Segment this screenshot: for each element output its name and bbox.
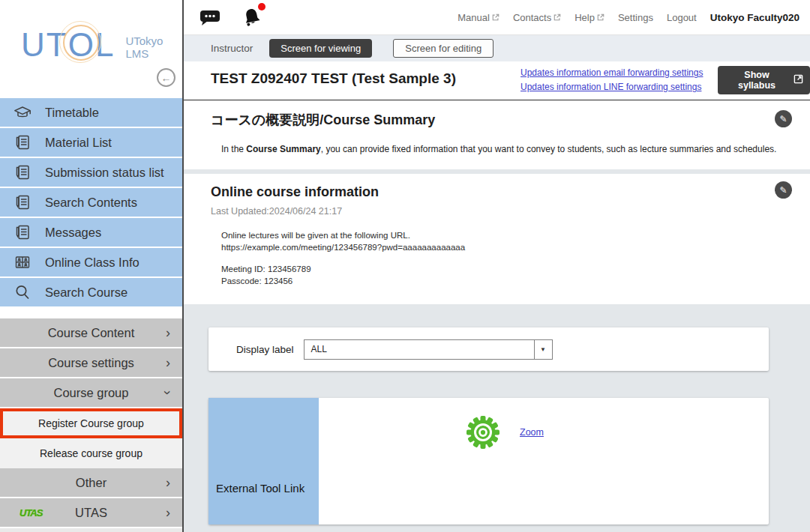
sidebar-item-label: Search Contents bbox=[45, 196, 137, 210]
sidebar-item-utas[interactable]: UTAS UTAS › bbox=[0, 498, 182, 527]
document-list-icon bbox=[12, 162, 33, 183]
external-link-icon bbox=[597, 13, 604, 21]
display-label-filter-card: Display label ALL ▼ bbox=[208, 327, 769, 371]
document-list-icon bbox=[12, 222, 33, 243]
course-group-submenu: Register Course group Release course gro… bbox=[0, 408, 182, 468]
sidebar-item-register-course-group[interactable]: Register Course group bbox=[0, 408, 182, 438]
chat-bubble-icon[interactable] bbox=[199, 7, 221, 28]
chevron-right-icon: › bbox=[166, 326, 170, 339]
sidebar-item-label: Course settings bbox=[48, 356, 134, 370]
top-bar: Manual Contacts Help Settings Logout Uto… bbox=[184, 0, 810, 35]
contacts-link[interactable]: Contacts bbox=[513, 12, 561, 23]
email-forwarding-settings-link[interactable]: Updates information email forwarding set… bbox=[520, 67, 703, 78]
sidebar-item-label: Course Content bbox=[48, 326, 135, 340]
sidebar-item-online-class-info[interactable]: Online Class Info bbox=[0, 248, 182, 276]
sidebar-item-label: UTAS bbox=[75, 506, 107, 520]
display-label-select[interactable]: ALL ▼ bbox=[304, 339, 553, 360]
tab-screen-for-editing[interactable]: Screen for editing bbox=[393, 39, 494, 58]
sidebar-item-label: Search Course bbox=[45, 285, 128, 300]
sidebar-item-search-contents[interactable]: Search Contents bbox=[0, 188, 182, 217]
manual-link[interactable]: Manual bbox=[458, 12, 500, 23]
display-label-selected-value: ALL bbox=[304, 344, 534, 354]
sidebar-item-label: Course group bbox=[54, 386, 129, 400]
edit-course-summary-button[interactable]: ✎ bbox=[775, 110, 792, 127]
sidebar-item-label: Messages bbox=[45, 226, 101, 240]
sidebar-divider bbox=[0, 308, 182, 318]
course-summary-heading: コースの概要説明/Course Summary bbox=[211, 111, 435, 129]
notification-badge bbox=[258, 3, 266, 10]
chevron-down-icon: › bbox=[161, 390, 175, 395]
sidebar-item-release-course-group[interactable]: Release course group bbox=[0, 438, 182, 468]
pencil-icon: ✎ bbox=[779, 114, 787, 124]
line-forwarding-settings-link[interactable]: Updates information LINE forwarding sett… bbox=[520, 82, 703, 92]
main-area: Manual Contacts Help Settings Logout Uto… bbox=[184, 0, 810, 532]
sidebar-item-course-content[interactable]: Course Content › bbox=[0, 318, 182, 347]
sidebar-item-label: Register Course group bbox=[38, 417, 144, 429]
external-link-icon bbox=[554, 13, 561, 21]
sidebar-item-label: Release course group bbox=[40, 447, 142, 459]
sidebar-item-label: Online Class Info bbox=[45, 256, 140, 270]
zoom-tool-link[interactable]: Zoom bbox=[520, 427, 544, 438]
external-link-icon bbox=[492, 13, 500, 21]
meeting-id: Meeting ID: 123456789 bbox=[221, 263, 465, 275]
sidebar-item-label: Submission status list bbox=[45, 166, 164, 180]
passcode: Passcode: 123456 bbox=[221, 275, 465, 287]
edit-online-course-info-button[interactable]: ✎ bbox=[775, 181, 792, 199]
user-name: Utokyo Faculty020 bbox=[710, 12, 800, 23]
course-header: TEST Z092407 TEST (Test Sample 3) Update… bbox=[184, 61, 810, 100]
external-tool-link-label: External Tool Link bbox=[216, 482, 304, 495]
document-list-icon bbox=[12, 192, 33, 213]
sidebar-item-label: Timetable bbox=[45, 106, 99, 120]
external-tool-link-body: Zoom bbox=[319, 398, 769, 525]
chevron-right-icon: › bbox=[166, 476, 170, 489]
sidebar-item-submission-status-list[interactable]: Submission status list bbox=[0, 158, 182, 187]
logout-link[interactable]: Logout bbox=[667, 12, 697, 23]
sidebar-item-search-course[interactable]: Search Course bbox=[0, 278, 182, 306]
graduation-cap-icon bbox=[12, 102, 33, 123]
arrow-left-icon: ← bbox=[161, 72, 172, 84]
external-link-icon bbox=[794, 74, 803, 86]
sidebar-footer-strip bbox=[0, 528, 182, 532]
meeting-url: https://example.com/meeting/123456789?pw… bbox=[221, 241, 465, 253]
online-course-info-heading: Online course information bbox=[211, 184, 379, 200]
utol-logo-subtitle: UTokyoLMS bbox=[125, 34, 163, 61]
external-tool-link-card: External Tool Link bbox=[208, 398, 769, 525]
online-course-info-body: Online lectures will be given at the fol… bbox=[221, 229, 465, 287]
pencil-icon: ✎ bbox=[779, 185, 787, 196]
tab-screen-for-viewing[interactable]: Screen for viewing bbox=[269, 39, 372, 58]
utas-logo-icon: UTAS bbox=[20, 507, 42, 519]
document-list-icon bbox=[12, 132, 33, 153]
sidebar-collapse-button[interactable]: ← bbox=[157, 68, 176, 87]
course-summary-description: In the Course Summary, you can provide f… bbox=[221, 144, 776, 154]
logo-area: UTOL UTokyoLMS ← bbox=[0, 0, 182, 98]
sidebar-item-course-settings[interactable]: Course settings › bbox=[0, 348, 182, 377]
search-icon bbox=[12, 282, 33, 303]
display-label-text: Display label bbox=[236, 344, 294, 355]
sidebar-item-label: Other bbox=[76, 476, 106, 490]
sidebar-item-material-list[interactable]: Material List bbox=[0, 128, 182, 157]
settings-link[interactable]: Settings bbox=[618, 12, 653, 23]
sidebar-item-label: Material List bbox=[45, 136, 112, 150]
notification-bell-icon[interactable] bbox=[241, 6, 263, 28]
online-info-line: Online lectures will be given at the fol… bbox=[221, 229, 465, 241]
last-updated-text: Last Updated:2024/06/24 21:17 bbox=[211, 206, 342, 217]
role-label: Instructor bbox=[211, 43, 253, 54]
screen-tab-bar: Instructor Screen for viewing Screen for… bbox=[184, 35, 810, 61]
sidebar-item-other[interactable]: Other › bbox=[0, 468, 182, 497]
dropdown-arrow-icon[interactable]: ▼ bbox=[534, 340, 552, 359]
sidebar-item-course-group[interactable]: Course group › bbox=[0, 378, 182, 407]
sidebar-item-messages[interactable]: Messages bbox=[0, 218, 182, 247]
chevron-right-icon: › bbox=[166, 506, 170, 519]
green-gear-icon bbox=[464, 414, 502, 454]
show-syllabus-button[interactable]: Show syllabus bbox=[718, 66, 810, 94]
utol-logo[interactable]: UTOL UTokyoLMS bbox=[21, 28, 163, 61]
sidebar: UTOL UTokyoLMS ← Timetable Material List… bbox=[0, 0, 184, 532]
help-link[interactable]: Help bbox=[574, 12, 604, 23]
online-course-info-section: Online course information ✎ Last Updated… bbox=[184, 174, 810, 304]
external-tool-link-panel: External Tool Link bbox=[208, 398, 319, 525]
utol-logo-text: UTOL bbox=[21, 28, 115, 61]
sidebar-item-timetable[interactable]: Timetable bbox=[0, 98, 182, 127]
course-summary-section: コースの概要説明/Course Summary ✎ In the Course … bbox=[184, 100, 810, 169]
chevron-right-icon: › bbox=[166, 356, 170, 369]
page-title: TEST Z092407 TEST (Test Sample 3) bbox=[211, 70, 456, 87]
